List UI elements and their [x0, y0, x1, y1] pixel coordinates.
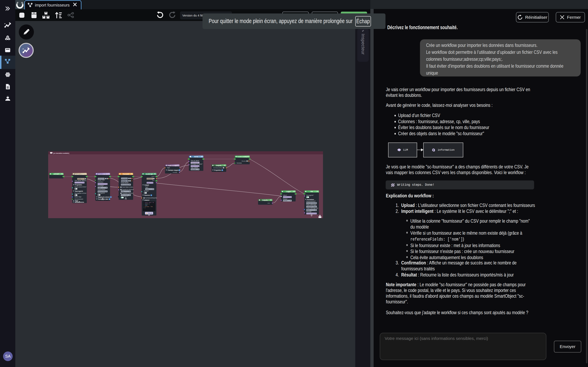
svg-text:error: error — [147, 182, 150, 184]
svg-text:Sauvegarder: Sauvegarder — [98, 192, 105, 194]
svg-text:Temps d'affichage (ms): Temps d'affichage (ms) — [306, 207, 318, 209]
svg-text:A: A — [316, 213, 316, 214]
svg-text:3: 3 — [143, 205, 144, 206]
svg-text:Smart Model*: Smart Model* — [98, 189, 105, 190]
svg-text:A: A — [198, 166, 199, 167]
svg-text:+: + — [179, 170, 180, 171]
svg-text:3000: 3000 — [307, 209, 310, 211]
svg-text:Délimiteur: Délimiteur — [98, 181, 103, 183]
svg-text:fournisseur...: fournisseur... — [122, 178, 129, 179]
svg-text:Message: Message — [306, 211, 311, 212]
svg-text:Smart Objets à fusion...: Smart Objets à fusion... — [122, 186, 134, 188]
svg-text:Propriétés à fusionner*: Propriétés à fusionner* — [122, 192, 134, 194]
svg-text:Type*: Type* — [145, 186, 149, 188]
svg-text:Déclenchement*: Déclenchement* — [306, 200, 316, 202]
svg-text:Réussite: Réussite — [191, 169, 196, 170]
svg-text:Re fournisseur: Re fournisseur — [98, 191, 106, 192]
svg-text:Fermeture: Fermeture — [307, 199, 314, 200]
svg-text:resultats: resultats — [147, 178, 152, 179]
svg-text:+: + — [111, 197, 111, 198]
svg-text:Résultat: Résultat — [242, 160, 246, 162]
svg-text:+: + — [222, 170, 223, 171]
svg-text:error: error — [268, 202, 270, 204]
svg-text:DÉPART: DÉPART — [53, 173, 60, 175]
svg-text:Résultat du workflow: Résultat du workflow — [237, 156, 247, 157]
svg-text:+: + — [109, 199, 110, 200]
svg-text:Sources: Sources — [144, 194, 150, 196]
svg-text:Fichier CSV*: Fichier CSV* — [98, 179, 105, 181]
svg-text:output: output — [151, 176, 155, 177]
svg-text:+: + — [151, 195, 152, 196]
svg-text:object: object — [146, 189, 149, 190]
svg-text:A: A — [291, 197, 291, 198]
svg-text:Sauvegarde*: Sauvegarde* — [306, 194, 314, 196]
svg-text:Logger: Logger — [286, 191, 291, 192]
svg-text:message: message — [173, 172, 177, 173]
svg-text:Autoriser plusieurs fichiers*: Autoriser plusieurs fichiers* — [75, 186, 86, 188]
svg-text:Sauvegarder le fichier: Sauvegarder le fichier — [75, 192, 86, 194]
svg-text:FIN: FIN — [311, 191, 313, 192]
svg-text:Output: Output — [144, 184, 149, 186]
svg-text:Avancé: Avancé — [144, 200, 149, 201]
svg-text:fournisseursAImportes: fournisseursAImportes — [145, 197, 157, 199]
svg-text:return {: return { — [145, 203, 150, 205]
svg-text:5: 5 — [143, 207, 144, 209]
svg-text:Smart Model*: Smart Model* — [121, 182, 129, 183]
svg-text:Champs mappés: Champs mappés — [168, 169, 179, 171]
svg-text:Importer un fichier CSV: Importer un fichier CSV — [98, 173, 108, 175]
svg-text:unFile: unFile — [78, 178, 81, 180]
svg-text:error: error — [152, 180, 155, 181]
svg-text:notification Toast: notification Toast — [307, 206, 316, 207]
svg-text:Encodage*: Encodage* — [98, 185, 104, 187]
svg-text:Mode d'affichage*: Mode d'affichage* — [306, 204, 317, 206]
svg-text:Niveau*: Niveau* — [283, 198, 288, 200]
svg-text:Peupler un objet: Peupler un objet — [167, 165, 177, 166]
svg-text:rows,: rows, — [145, 205, 148, 206]
svg-text:}: } — [145, 207, 145, 209]
svg-text:Mapping des colonnes: Mapping des colonnes — [98, 196, 110, 198]
svg-text:Modifiés: Modifiés — [122, 180, 126, 182]
svg-text:message: "Imp: message: "Imp — [145, 206, 153, 207]
svg-text:Propriétés: Propriétés — [75, 184, 82, 186]
svg-text:2: 2 — [143, 203, 144, 205]
svg-text:const rows = fo: const rows = fo — [145, 202, 154, 203]
svg-text:A: A — [83, 182, 84, 183]
svg-text:Alerte: Alerte — [194, 156, 198, 157]
svg-text:Données: Données — [237, 162, 242, 164]
svg-text:nom: nom — [121, 191, 124, 192]
svg-text:Message de l'alerte*: Message de l'alerte* — [191, 163, 203, 165]
svg-text:A: A — [106, 184, 107, 185]
svg-text:Import about: Import about — [191, 162, 198, 163]
svg-text:Smart Objet: Smart Objet — [75, 196, 81, 198]
svg-text:Titre de l'alerte: Titre de l'alerte — [191, 160, 199, 161]
svg-text:JavaScript: JavaScript — [145, 173, 153, 175]
svg-text:1: 1 — [143, 202, 144, 203]
svg-text:utf 8: utf 8 — [98, 187, 101, 188]
svg-text:Versionnement: Versionnement — [75, 198, 83, 200]
svg-text:Outputs..: Outputs.. — [216, 165, 222, 166]
svg-text:Outputs..: Outputs.. — [262, 200, 268, 201]
svg-text:Uploader un fichier: Uploader un fichier — [75, 173, 84, 175]
svg-text:Multiple*: Multiple* — [144, 190, 149, 192]
svg-text:A: A — [152, 182, 153, 184]
svg-text:Sauvegarder: Sauvegarder — [121, 195, 128, 197]
svg-text:fournisseursAImportes: fournisseursAImportes — [213, 167, 225, 168]
svg-text:4: 4 — [143, 206, 144, 207]
svg-text:Re fournisseur: Re fournisseur — [121, 184, 130, 185]
svg-text:Propriété de référence*: Propriété de référence* — [122, 189, 134, 191]
svg-text:Objet: Objet — [167, 167, 170, 169]
svg-text:Type d'alerte: Type d'alerte — [191, 167, 198, 168]
svg-text:Propriétés: Propriétés — [214, 169, 221, 171]
svg-text:[no translation available]: [no translation available] — [53, 152, 69, 154]
svg-text:Sauvegarde: Sauvegarde — [75, 191, 83, 192]
svg-text:www.fourni: www.fourni — [98, 178, 104, 179]
svg-text:Parcourir: Parcourir — [123, 173, 129, 175]
svg-text:Plus loin (vous...): Plus loin (vous...) — [307, 202, 316, 204]
svg-text:Valeur*: Valeur* — [283, 194, 287, 196]
svg-text:Titre (texte affiché): Titre (texte affiché) — [75, 180, 86, 182]
svg-text:Please: Please — [284, 200, 287, 201]
